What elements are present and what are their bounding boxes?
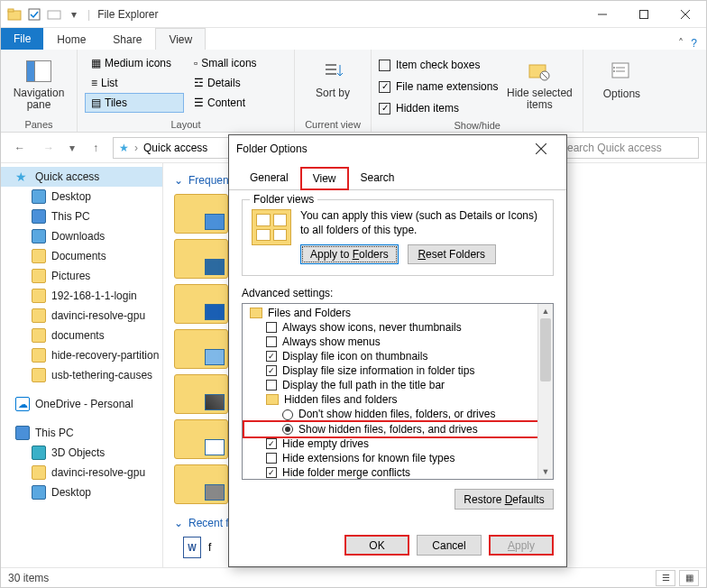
adv-checkbox[interactable]: ✓Display file size information in folder…: [244, 363, 551, 378]
tree-item[interactable]: davinci-resolve-gpu: [1, 306, 162, 326]
layout-content[interactable]: ☰Content: [188, 93, 287, 113]
up-button[interactable]: ↑: [84, 136, 107, 160]
tree-item[interactable]: Desktop: [1, 482, 162, 502]
cube-icon: [32, 446, 46, 460]
options-button[interactable]: Options: [591, 53, 652, 104]
file-tab[interactable]: File: [1, 28, 43, 50]
navigation-pane-button[interactable]: Navigation pane: [8, 53, 69, 115]
layout-tiles[interactable]: ▤Tiles: [85, 93, 184, 113]
folder-tile[interactable]: [174, 194, 228, 234]
window-title: File Explorer: [97, 8, 158, 21]
tree-item[interactable]: 3D Objects: [1, 443, 162, 463]
scrollbar[interactable]: ▲ ▼: [537, 304, 553, 479]
folder-icon: [32, 368, 46, 382]
tree-item[interactable]: 192-168-1-1-login: [1, 286, 162, 306]
adv-checkbox[interactable]: Display the full path in the title bar: [244, 378, 551, 392]
layout-list[interactable]: ≡List: [85, 73, 184, 93]
tree-item[interactable]: This PC: [1, 207, 162, 226]
adv-checkbox[interactable]: Hide extensions for known file types: [244, 451, 551, 465]
folder-tile[interactable]: [174, 464, 228, 504]
folder-icon: [32, 348, 46, 363]
ribbon-collapse-icon[interactable]: ˄: [678, 37, 684, 50]
svg-rect-2: [29, 9, 40, 20]
tree-item[interactable]: Pictures: [1, 266, 162, 286]
checkbox-icon: ✓: [266, 438, 277, 449]
qat-dropdown-icon[interactable]: ▾: [66, 6, 82, 23]
details-icon: ☲: [194, 77, 204, 89]
file-name-extensions-toggle[interactable]: ✓File name extensions: [379, 77, 498, 96]
adv-radio-dont-show[interactable]: Don't show hidden files, folders, or dri…: [244, 407, 551, 422]
qat-folder-icon[interactable]: [46, 6, 62, 23]
tree-item[interactable]: Desktop: [1, 187, 162, 207]
dialog-tab-general[interactable]: General: [238, 167, 300, 190]
scroll-thumb[interactable]: [540, 318, 551, 381]
qat-checkbox-icon[interactable]: [26, 6, 42, 23]
recent-locations-button[interactable]: ▾: [66, 136, 78, 160]
tree-item[interactable]: usb-tethering-causes: [1, 365, 162, 385]
scroll-down-icon[interactable]: ▼: [538, 464, 553, 479]
close-button[interactable]: [665, 1, 706, 28]
tree-onedrive[interactable]: ☁OneDrive - Personal: [1, 394, 162, 414]
ribbon-group-current-view: Sort by Current view: [295, 50, 372, 132]
app-icon: [6, 6, 23, 23]
ok-button[interactable]: OK: [344, 535, 409, 556]
checkbox-icon: [266, 322, 277, 333]
svg-point-14: [613, 67, 615, 69]
tab-view[interactable]: View: [155, 28, 206, 50]
adv-group[interactable]: Hidden files and folders: [244, 392, 551, 407]
adv-checkbox[interactable]: Always show menus: [244, 335, 551, 349]
adv-checkbox[interactable]: Always show icons, never thumbnails: [244, 320, 551, 335]
scroll-up-icon[interactable]: ▲: [538, 304, 553, 318]
group-label-options: [591, 117, 652, 130]
adv-group[interactable]: Files and Folders: [244, 306, 551, 320]
tree-item[interactable]: Downloads: [1, 226, 162, 246]
advanced-settings-list[interactable]: Files and Folders Always show icons, nev…: [242, 303, 554, 480]
apply-to-folders-button[interactable]: Apply to Folders: [300, 244, 399, 264]
breadcrumb-location[interactable]: Quick access: [143, 142, 207, 154]
layout-small-icons[interactable]: ▫Small icons: [188, 53, 287, 73]
tree-item[interactable]: hide-recovery-partition: [1, 345, 162, 365]
adv-checkbox[interactable]: ✓Hide empty drives: [244, 436, 551, 451]
ribbon-group-layout: ▦Medium icons ▫Small icons ≡List ☲Detail…: [78, 50, 295, 132]
adv-checkbox[interactable]: ✓Display file icon on thumbnails: [244, 349, 551, 363]
hidden-items-toggle[interactable]: ✓Hidden items: [379, 98, 498, 118]
tree-item[interactable]: documents: [1, 326, 162, 345]
tree-item[interactable]: davinci-resolve-gpu: [1, 463, 162, 482]
view-details-button[interactable]: ☰: [656, 570, 675, 586]
hide-selected-items-button[interactable]: Hide selected items: [503, 53, 575, 115]
view-tiles-button[interactable]: ▦: [679, 570, 699, 586]
svg-point-15: [613, 70, 615, 72]
dialog-titlebar[interactable]: Folder Options: [229, 135, 566, 162]
tree-quick-access[interactable]: ★Quick access: [1, 167, 162, 187]
minimize-button[interactable]: [582, 1, 623, 28]
folder-tile[interactable]: [174, 239, 228, 279]
folder-tile[interactable]: [174, 374, 228, 414]
folder-tile[interactable]: [174, 284, 228, 324]
nav-tree[interactable]: ★Quick access Desktop This PC Downloads …: [1, 163, 163, 567]
tab-share[interactable]: Share: [99, 28, 155, 50]
dialog-tab-search[interactable]: Search: [349, 167, 407, 190]
sort-by-button[interactable]: Sort by: [302, 53, 363, 103]
dialog-close-button[interactable]: [523, 136, 559, 161]
tab-home[interactable]: Home: [43, 28, 99, 50]
dialog-tab-view[interactable]: View: [300, 167, 349, 190]
tree-item[interactable]: Documents: [1, 246, 162, 266]
restore-defaults-button[interactable]: Restore Defaults: [454, 489, 554, 510]
reset-folders-button[interactable]: Reset Folders: [408, 244, 496, 264]
apply-button[interactable]: Apply: [489, 535, 554, 556]
help-icon[interactable]: ?: [691, 37, 697, 50]
folder-tile[interactable]: [174, 419, 228, 459]
item-check-boxes-toggle[interactable]: Item check boxes: [379, 55, 498, 75]
layout-medium-icons[interactable]: ▦Medium icons: [85, 53, 184, 73]
adv-radio-show-hidden[interactable]: Show hidden files, folders, and drives: [244, 422, 551, 436]
layout-details[interactable]: ☲Details: [188, 73, 287, 93]
adv-checkbox[interactable]: ✓Hide folder merge conflicts: [244, 465, 551, 480]
forward-button[interactable]: →: [37, 136, 60, 160]
folder-tile[interactable]: [174, 329, 228, 369]
maximize-button[interactable]: [623, 1, 665, 28]
ribbon-tabs: File Home Share View ˄ ?: [1, 28, 706, 50]
cancel-button[interactable]: Cancel: [417, 535, 482, 556]
back-button[interactable]: ←: [8, 136, 32, 160]
tree-this-pc[interactable]: This PC: [1, 423, 162, 443]
file-name[interactable]: f: [208, 541, 211, 554]
